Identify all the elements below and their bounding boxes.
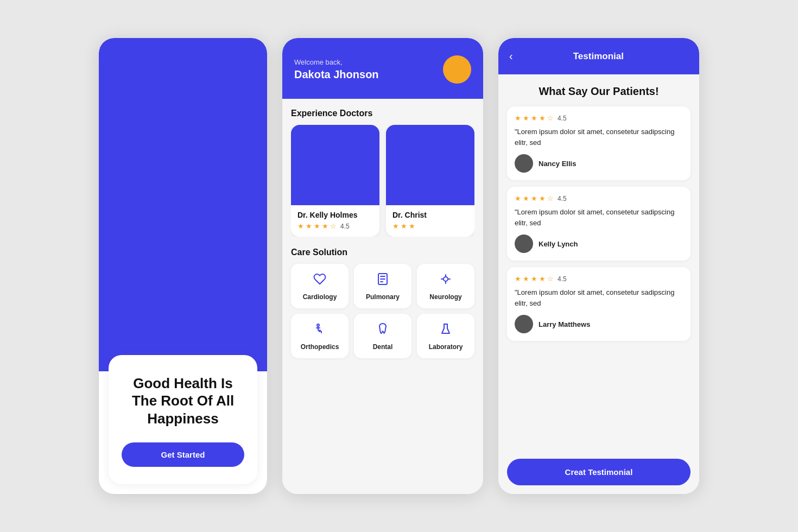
reviewer-name-2: Kelly Lynch bbox=[539, 240, 578, 248]
r1-star2: ★ bbox=[523, 114, 529, 122]
r1-star4: ★ bbox=[539, 114, 546, 122]
r1-star3: ★ bbox=[531, 114, 537, 122]
star-d2-3: ★ bbox=[409, 222, 415, 230]
pulmonary-label: Pulmonary bbox=[366, 293, 400, 301]
user-name: Dakota Jhonson bbox=[294, 68, 379, 81]
r2-star1: ★ bbox=[515, 194, 521, 202]
screen2-header: Welcome back, Dakota Jhonson bbox=[282, 38, 483, 99]
doctor-info-1: Dr. Kelly Holmes ★ ★ ★ ★ ☆ 4.5 bbox=[291, 205, 379, 237]
care-card-orthopedics[interactable]: Orthopedics bbox=[291, 314, 349, 358]
laboratory-icon bbox=[439, 322, 452, 339]
review-card-1: ★ ★ ★ ★ ☆ 4.5 "Lorem ipsum dolor sit ame… bbox=[507, 106, 691, 180]
star-d2-2: ★ bbox=[401, 222, 407, 230]
reviewer-name-3: Larry Matthews bbox=[539, 320, 590, 328]
doctor-stars-2: ★ ★ ★ bbox=[392, 222, 468, 230]
screen3-header: ‹ Testimonial bbox=[498, 38, 699, 74]
review-text-2: "Lorem ipsum dolor sit amet, consetetur … bbox=[515, 207, 683, 228]
doctors-row: Dr. Kelly Holmes ★ ★ ★ ★ ☆ 4.5 Dr. Chris… bbox=[291, 125, 474, 237]
r2-star2: ★ bbox=[523, 194, 529, 202]
reviewer-row-1: Nancy Ellis bbox=[515, 154, 683, 173]
reviewer-avatar-1 bbox=[515, 154, 533, 173]
doctor-image-2 bbox=[386, 125, 474, 205]
neurology-icon bbox=[439, 273, 452, 289]
r3-star1: ★ bbox=[515, 275, 521, 283]
reviewer-row-2: Kelly Lynch bbox=[515, 235, 683, 253]
care-card-neurology[interactable]: Neurology bbox=[417, 264, 474, 308]
doctor-name-1: Dr. Kelly Holmes bbox=[297, 211, 373, 219]
r3-star2: ★ bbox=[523, 275, 529, 283]
review-card-3: ★ ★ ★ ★ ☆ 4.5 "Lorem ipsum dolor sit ame… bbox=[507, 267, 691, 341]
doctors-section-title: Experience Doctors bbox=[291, 109, 474, 118]
care-grid: Cardiology Pulmonary bbox=[291, 264, 474, 358]
neurology-label: Neurology bbox=[429, 293, 461, 301]
avatar bbox=[443, 55, 471, 84]
review-stars-2: ★ ★ ★ ★ ☆ 4.5 bbox=[515, 194, 683, 202]
r1-rating: 4.5 bbox=[558, 115, 567, 122]
star-4: ★ bbox=[322, 222, 328, 230]
r2-star3: ★ bbox=[531, 194, 537, 202]
star-1: ★ bbox=[297, 222, 304, 230]
get-started-button[interactable]: Get Started bbox=[122, 442, 244, 467]
screen-3: ‹ Testimonial What Say Our Patients! ★ ★… bbox=[498, 38, 699, 494]
review-text-1: "Lorem ipsum dolor sit amet, consetetur … bbox=[515, 126, 683, 148]
cardiology-label: Cardiology bbox=[303, 293, 337, 301]
care-section-title: Care Solution bbox=[291, 248, 474, 257]
rating-1: 4.5 bbox=[340, 223, 350, 230]
reviewer-avatar-3 bbox=[515, 315, 533, 333]
laboratory-label: Laboratory bbox=[429, 343, 463, 351]
care-card-cardiology[interactable]: Cardiology bbox=[291, 264, 349, 308]
dental-icon bbox=[376, 322, 389, 339]
review-text-3: "Lorem ipsum dolor sit amet, consetetur … bbox=[515, 287, 683, 308]
doctor-stars-1: ★ ★ ★ ★ ☆ 4.5 bbox=[297, 222, 373, 230]
pulmonary-icon bbox=[376, 273, 389, 289]
star-5: ☆ bbox=[330, 222, 337, 230]
r3-rating: 4.5 bbox=[558, 275, 567, 283]
care-card-pulmonary[interactable]: Pulmonary bbox=[354, 264, 411, 308]
r2-rating: 4.5 bbox=[558, 195, 567, 202]
screen-2: Welcome back, Dakota Jhonson Experience … bbox=[282, 38, 483, 494]
star-3: ★ bbox=[314, 222, 320, 230]
create-testimonial-button[interactable]: Creat Testimonial bbox=[507, 459, 691, 485]
screen3-title: Testimonial bbox=[522, 51, 675, 62]
screen-1: Good Health Is The Root Of All Happiness… bbox=[99, 38, 267, 494]
dental-label: Dental bbox=[373, 343, 393, 351]
review-stars-3: ★ ★ ★ ★ ☆ 4.5 bbox=[515, 275, 683, 283]
r1-star5: ☆ bbox=[547, 114, 554, 122]
r3-star3: ★ bbox=[531, 275, 537, 283]
r3-star4: ★ bbox=[539, 275, 546, 283]
doctor-card-1[interactable]: Dr. Kelly Holmes ★ ★ ★ ★ ☆ 4.5 bbox=[291, 125, 379, 237]
doctor-info-2: Dr. Christ ★ ★ ★ bbox=[386, 205, 474, 237]
care-card-dental[interactable]: Dental bbox=[354, 314, 411, 358]
doctor-name-2: Dr. Christ bbox=[392, 211, 468, 219]
star-2: ★ bbox=[306, 222, 312, 230]
r2-star4: ★ bbox=[539, 194, 546, 202]
reviewer-row-3: Larry Matthews bbox=[515, 315, 683, 333]
orthopedics-icon bbox=[313, 322, 326, 339]
r1-star1: ★ bbox=[515, 114, 521, 122]
orthopedics-label: Orthopedics bbox=[301, 343, 339, 351]
star-d2-1: ★ bbox=[392, 222, 399, 230]
reviewer-name-1: Nancy Ellis bbox=[539, 160, 576, 168]
user-info: Welcome back, Dakota Jhonson bbox=[294, 58, 379, 81]
screen1-card: Good Health Is The Root Of All Happiness… bbox=[109, 355, 257, 485]
review-stars-1: ★ ★ ★ ★ ☆ 4.5 bbox=[515, 114, 683, 122]
cardiology-icon bbox=[313, 273, 326, 289]
back-button[interactable]: ‹ bbox=[509, 50, 513, 62]
r2-star5: ☆ bbox=[547, 194, 554, 202]
doctor-card-2[interactable]: Dr. Christ ★ ★ ★ bbox=[386, 125, 474, 237]
testimonial-heading: What Say Our Patients! bbox=[507, 85, 691, 98]
doctor-image-1 bbox=[291, 125, 379, 205]
screen2-body: Experience Doctors Dr. Kelly Holmes ★ ★ … bbox=[282, 99, 483, 494]
reviewer-avatar-2 bbox=[515, 235, 533, 253]
svg-point-4 bbox=[444, 277, 448, 281]
welcome-text: Welcome back, bbox=[294, 58, 379, 66]
review-card-2: ★ ★ ★ ★ ☆ 4.5 "Lorem ipsum dolor sit ame… bbox=[507, 187, 691, 261]
screen1-headline: Good Health Is The Root Of All Happiness bbox=[122, 375, 244, 428]
care-card-laboratory[interactable]: Laboratory bbox=[417, 314, 474, 358]
screen3-body: What Say Our Patients! ★ ★ ★ ★ ☆ 4.5 "Lo… bbox=[498, 74, 699, 494]
r3-star5: ☆ bbox=[547, 275, 554, 283]
screen1-hero-image bbox=[99, 38, 267, 371]
